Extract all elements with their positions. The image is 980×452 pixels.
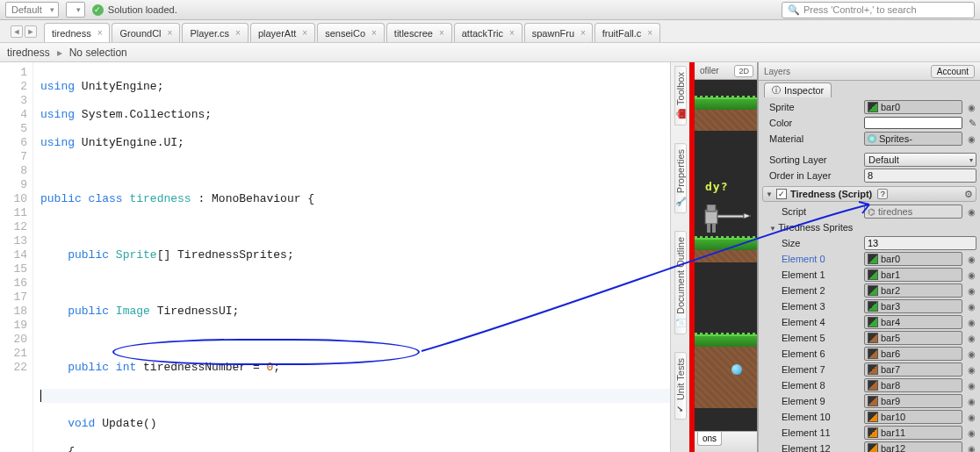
close-icon[interactable]: × <box>439 28 444 38</box>
object-picker-icon[interactable]: ◉ <box>966 365 976 375</box>
config-dropdown[interactable]: Default <box>5 2 59 18</box>
svg-marker-3 <box>744 213 751 219</box>
file-tab[interactable]: tiredness× <box>44 23 110 42</box>
array-element-field[interactable]: bar0 <box>864 252 962 266</box>
array-element-field[interactable]: bar3 <box>864 299 962 313</box>
nav-back-icon[interactable]: ◄ <box>11 25 23 38</box>
object-picker-icon[interactable]: ◉ <box>966 349 976 359</box>
close-icon[interactable]: × <box>168 28 173 38</box>
global-search[interactable]: 🔍 Press 'Control+,' to search <box>782 2 975 18</box>
doc-outline-tab[interactable]: 📄Document Outline <box>674 231 687 334</box>
eyedropper-icon[interactable]: ✎ <box>969 118 976 129</box>
object-picker-icon[interactable]: ◉ <box>966 134 976 144</box>
array-element-field[interactable]: bar10 <box>864 410 962 424</box>
array-size-field[interactable] <box>864 236 976 250</box>
inspector-tab[interactable]: ⓘInspector <box>764 83 832 97</box>
code-area[interactable]: using UnityEngine; using System.Collecti… <box>33 62 670 452</box>
array-element-label: Element 2 <box>762 285 861 296</box>
array-element-field[interactable]: bar7 <box>864 362 962 377</box>
object-picker-icon[interactable]: ◉ <box>966 318 976 327</box>
close-icon[interactable]: × <box>302 28 307 38</box>
object-picker-icon[interactable]: ◉ <box>966 381 976 391</box>
array-element-field[interactable]: bar1 <box>864 268 962 282</box>
array-element-field[interactable]: bar6 <box>864 347 962 361</box>
file-tab[interactable]: senseiCo× <box>317 23 385 42</box>
svg-rect-5 <box>712 224 716 233</box>
toolbox-tab[interactable]: 🧰Toolbox <box>674 66 687 126</box>
array-element-field[interactable]: bar5 <box>864 331 962 345</box>
array-element-label: Element 12 <box>762 443 861 452</box>
sorting-layer-label: Sorting Layer <box>762 154 861 165</box>
array-header[interactable]: ▼ Tiredness Sprites <box>762 219 976 235</box>
help-icon[interactable]: ? <box>877 189 888 199</box>
array-element-field[interactable]: bar9 <box>864 394 962 408</box>
close-icon[interactable]: × <box>509 28 515 38</box>
profiler-tab-fragment[interactable]: ofiler <box>698 66 719 75</box>
object-picker-icon[interactable]: ◉ <box>966 334 976 343</box>
material-label: Material <box>762 133 861 144</box>
code-editor[interactable]: 12345678910111213141516171819202122 usin… <box>0 62 670 452</box>
close-icon[interactable]: × <box>647 28 652 38</box>
layers-dropdown[interactable]: Layers <box>764 67 790 76</box>
array-element-label: Element 7 <box>762 364 861 375</box>
scene-view[interactable]: ofiler 2D dy? ons <box>695 62 758 452</box>
object-picker-icon[interactable]: ◉ <box>966 286 976 296</box>
file-tab[interactable]: playerAtt× <box>250 23 315 42</box>
array-element-field[interactable]: bar12 <box>864 441 962 452</box>
array-element-label: Element 1 <box>762 269 861 280</box>
close-icon[interactable]: × <box>371 28 377 38</box>
script-label: Script <box>762 206 861 217</box>
script-field[interactable]: ⌬tirednes <box>864 204 962 219</box>
player-sprite <box>702 204 753 238</box>
foldout-icon[interactable]: ▼ <box>766 190 773 198</box>
script-component-header[interactable]: ▼ ✓ Tiredness (Script) ? ⚙ <box>762 186 976 202</box>
object-picker-icon[interactable]: ◉ <box>966 413 976 422</box>
file-tab[interactable]: Player.cs× <box>182 23 248 42</box>
close-icon[interactable]: × <box>580 28 586 38</box>
gear-icon[interactable]: ⚙ <box>964 189 973 200</box>
sorting-layer-dropdown[interactable]: Default <box>864 153 976 167</box>
nav-fwd-icon[interactable]: ► <box>25 25 37 38</box>
array-element-field[interactable]: bar4 <box>864 315 962 329</box>
account-dropdown[interactable]: Account <box>931 65 975 78</box>
object-picker-icon[interactable]: ◉ <box>966 397 976 406</box>
properties-tab[interactable]: 🔧Properties <box>674 143 687 213</box>
object-picker-icon[interactable]: ◉ <box>966 103 976 112</box>
array-element-label: Element 10 <box>762 412 861 422</box>
color-field[interactable] <box>864 117 962 129</box>
object-picker-icon[interactable]: ◉ <box>966 270 976 280</box>
object-picker-icon[interactable]: ◉ <box>966 302 976 312</box>
material-field[interactable]: Sprites- <box>864 132 962 146</box>
unit-tests-tab[interactable]: ✔Unit Tests <box>674 352 687 420</box>
breadcrumb-root[interactable]: tiredness <box>7 47 50 59</box>
file-tab[interactable]: GroundCl× <box>112 23 180 42</box>
view-2d-toggle[interactable]: 2D <box>734 65 753 77</box>
svg-rect-4 <box>707 224 710 233</box>
search-placeholder: Press 'Control+,' to search <box>803 4 917 15</box>
console-tab-fragment[interactable]: ons <box>697 432 722 446</box>
file-tab[interactable]: attackTric× <box>454 23 522 42</box>
object-picker-icon[interactable]: ◉ <box>966 255 976 264</box>
file-tab[interactable]: fruitFall.c× <box>594 23 660 42</box>
object-picker-icon[interactable]: ◉ <box>966 207 976 217</box>
file-tab[interactable]: titlescree× <box>386 23 452 42</box>
file-tab[interactable]: spawnFru× <box>524 23 593 42</box>
array-element-label: Element 5 <box>762 333 861 343</box>
enable-checkbox[interactable]: ✓ <box>776 189 787 199</box>
close-icon[interactable]: × <box>235 28 241 38</box>
object-picker-icon[interactable]: ◉ <box>966 444 976 453</box>
array-element-field[interactable]: bar8 <box>864 378 962 392</box>
object-picker-icon[interactable]: ◉ <box>966 428 976 438</box>
array-element-label: Element 11 <box>762 427 861 438</box>
array-element-label: Element 4 <box>762 317 861 327</box>
target-dropdown[interactable] <box>66 2 85 18</box>
sprite-field[interactable]: bar0 <box>864 100 962 114</box>
array-element-label: Element 8 <box>762 380 861 391</box>
breadcrumb-leaf[interactable]: No selection <box>69 47 127 59</box>
array-element-label: Element 3 <box>762 301 861 312</box>
array-element-label: Element 0 <box>762 254 861 264</box>
array-element-field[interactable]: bar11 <box>864 426 962 440</box>
close-icon[interactable]: × <box>97 28 103 38</box>
array-element-field[interactable]: bar2 <box>864 283 962 298</box>
order-field[interactable] <box>864 169 976 183</box>
